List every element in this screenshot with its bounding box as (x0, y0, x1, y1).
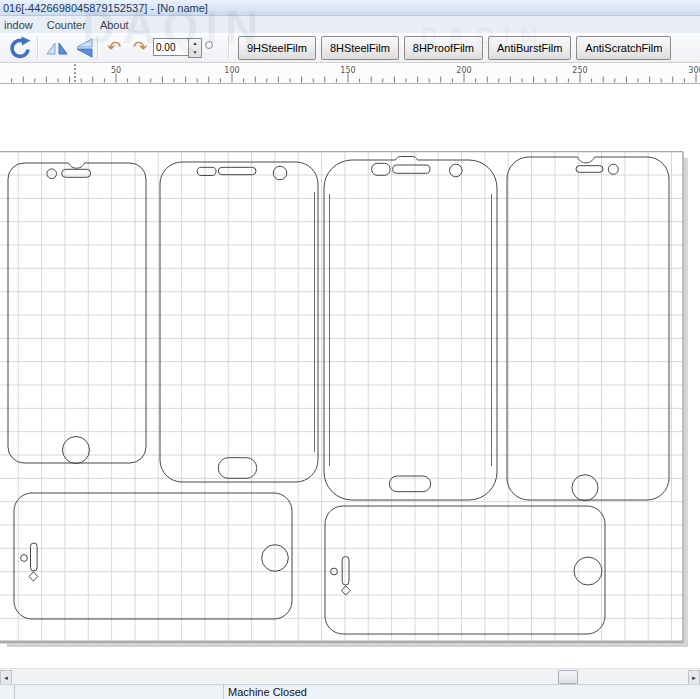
flip-horizontal-icon (46, 38, 68, 58)
film-button-8hsteelfilm[interactable]: 8HSteelFilm (321, 36, 399, 60)
film-button-9hsteelfilm[interactable]: 9HSteelFilm (238, 36, 316, 60)
scroll-right-button[interactable]: ► (688, 670, 700, 685)
design-canvas[interactable] (0, 84, 700, 668)
ruler-label: 250 (572, 66, 587, 75)
phone-outline-5-iphone-landscape-5[interactable] (14, 493, 292, 619)
spinner-down-icon: ▼ (189, 48, 201, 57)
film-type-buttons: 9HSteelFilm 8HSteelFilm 8HProofFilm Anti… (238, 36, 671, 60)
application-window: 016[-4426698045879152537] - [No name] in… (0, 0, 700, 699)
machine-status-text: Machine Closed (228, 686, 307, 698)
phone-outline-3-galaxy-edge-portrait-3[interactable] (324, 157, 497, 501)
undo-button[interactable]: ↶ (102, 33, 126, 61)
ruler-label: 200 (456, 66, 471, 75)
flip-vertical-icon (74, 38, 96, 58)
horizontal-scrollbar[interactable]: ◄ ► (0, 668, 700, 684)
undo-icon: ↶ (107, 37, 121, 58)
toolbar-separator (37, 36, 39, 59)
ruler-ticks (12, 74, 696, 83)
toolbar: ↶ ↷ ▲ ▼ 9HSteelFilm 8HSteelFilm 8HProofF… (0, 33, 700, 63)
rotation-spinner[interactable]: ▲ ▼ (188, 38, 202, 58)
phone-outline-2-galaxy-portrait-2[interactable] (160, 162, 318, 482)
rotate-icon (7, 36, 31, 60)
toolbar-separator (97, 36, 99, 59)
ruler-label: 150 (340, 66, 355, 75)
window-title: 016[-4426698045879152537] - [No name] (3, 2, 208, 14)
film-button-antiburstfilm[interactable]: AntiBurstFilm (488, 36, 571, 60)
status-separator (14, 685, 15, 699)
horizontal-ruler: 50100150200250300 (0, 64, 700, 84)
film-button-8hprooffilm[interactable]: 8HProofFilm (404, 36, 483, 60)
rotation-angle-input[interactable] (153, 38, 189, 56)
ruler-label: 50 (111, 66, 121, 75)
degree-symbol-icon (205, 41, 213, 49)
flip-vertical-button[interactable] (72, 36, 98, 60)
status-bar: Machine Closed (0, 684, 700, 699)
film-button-antiscratchfilm[interactable]: AntiScratchFilm (576, 36, 671, 60)
scroll-left-icon: ◄ (3, 675, 9, 681)
menu-counter[interactable]: Counter (47, 19, 86, 31)
canvas-border (0, 152, 688, 647)
menu-about[interactable]: About (100, 19, 129, 31)
spinner-up-icon: ▲ (189, 39, 201, 48)
redo-icon: ↷ (133, 37, 147, 58)
redo-button[interactable]: ↷ (128, 33, 152, 61)
menu-bar: indow Counter About (0, 16, 700, 33)
status-separator (223, 685, 224, 699)
scroll-right-icon: ► (691, 675, 697, 681)
ruler-label: 300 (688, 66, 700, 75)
flip-horizontal-button[interactable] (44, 36, 70, 60)
rotate-button[interactable] (6, 36, 32, 60)
phone-outline-1-iphone-portrait-1[interactable] (8, 163, 146, 464)
ruler-label: 100 (224, 66, 239, 75)
toolbar-separator (228, 36, 230, 59)
menu-window[interactable]: indow (4, 19, 33, 31)
title-bar: 016[-4426698045879152537] - [No name] (0, 0, 700, 16)
grid (0, 152, 683, 641)
scrollbar-thumb[interactable] (558, 670, 578, 684)
scroll-left-button[interactable]: ◄ (0, 670, 12, 685)
